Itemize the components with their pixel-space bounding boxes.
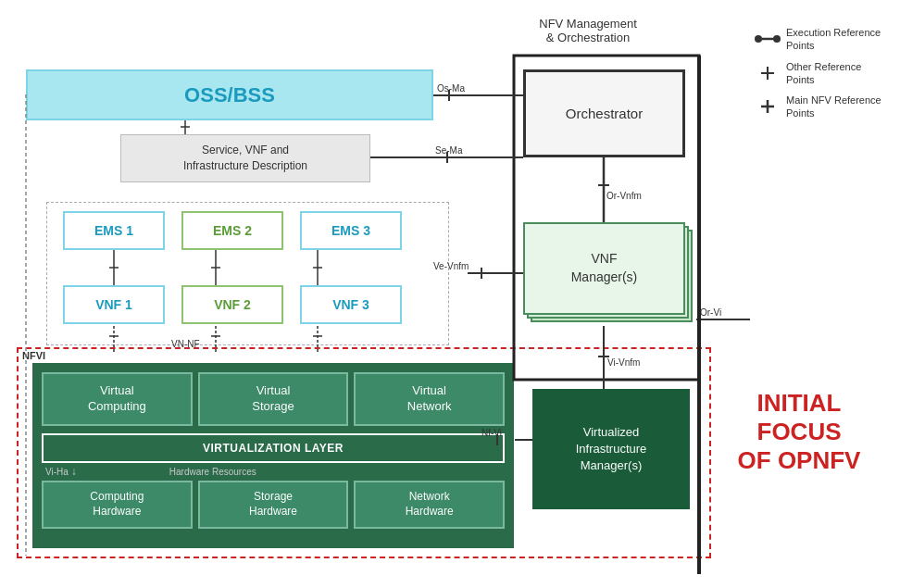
virtualization-layer: VIRTUALIZATION LAYER	[42, 433, 505, 463]
legend-exec-label: Execution Reference Points	[786, 26, 889, 53]
main-nfv-icon	[755, 98, 781, 115]
virtual-row: Virtual Computing Virtual Storage Virtua…	[42, 372, 505, 426]
svg-text:Se-Ma: Se-Ma	[435, 145, 463, 156]
ems3-box: EMS 3	[300, 211, 402, 250]
nfvi-label: NFVI	[22, 350, 45, 361]
legend-main: Main NFV Reference Points	[755, 94, 889, 120]
legend-main-label: Main NFV Reference Points	[786, 94, 889, 120]
oss-bss-label: OSS/BSS	[184, 83, 275, 107]
vnf3-box: VNF 3	[300, 285, 402, 324]
nfvi-inner: Virtual Computing Virtual Storage Virtua…	[32, 363, 514, 548]
vnf-row: VNF 1 VNF 2 VNF 3	[63, 285, 433, 324]
ems-row: EMS 1 EMS 2 EMS 3	[63, 211, 433, 250]
svg-point-2	[773, 35, 781, 43]
storage-hardware-box: Storage Hardware	[198, 481, 349, 529]
legend-exec: Execution Reference Points	[755, 26, 889, 53]
ems1-box: EMS 1	[63, 211, 165, 250]
vi-ha-arrow: ↓	[71, 465, 77, 478]
svg-text:Or-Vi: Or-Vi	[700, 307, 721, 318]
initial-focus-line2: FOCUS	[720, 418, 878, 446]
initial-focus-line1: INITIAL	[720, 389, 878, 418]
diagram-container: NFV Management & Orchestration OSS/BSS S…	[0, 0, 900, 588]
svg-text:Os-Ma: Os-Ma	[437, 83, 465, 94]
svg-text:Or-Vnfm: Or-Vnfm	[606, 191, 642, 201]
nfv-mgmt-title: NFV Management & Orchestration	[514, 17, 662, 44]
virtual-network-box: Virtual Network	[354, 372, 505, 426]
ems2-box: EMS 2	[181, 211, 283, 250]
vnf2-box: VNF 2	[181, 285, 283, 324]
virtual-storage-box: Virtual Storage	[198, 372, 349, 426]
hw-resources-label: Hardware Resources	[169, 467, 256, 477]
vnf-mgr-label: VNF Manager(s)	[571, 250, 638, 286]
legend-other: Other Reference Points	[755, 60, 889, 87]
network-hardware-box: Network Hardware	[354, 481, 505, 529]
other-icon	[755, 65, 781, 81]
vn-nf-label: VN-NF	[171, 339, 200, 349]
legend: Execution Reference Points Other Referen…	[755, 26, 889, 128]
vnf1-box: VNF 1	[63, 285, 165, 324]
computing-hardware-box: Computing Hardware	[42, 481, 193, 529]
virtual-computing-box: Virtual Computing	[42, 372, 193, 426]
exec-icon	[755, 33, 781, 44]
hw-row: Computing Hardware Storage Hardware Netw…	[42, 481, 505, 529]
service-vnf-block: Service, VNF and Infrastructure Descript…	[120, 134, 370, 182]
svg-point-1	[755, 35, 762, 43]
legend-other-label: Other Reference Points	[786, 60, 889, 87]
vim-block: Virtualized Infrastructure Manager(s)	[532, 389, 690, 509]
vi-ha-label: Vi-Ha	[45, 467, 69, 477]
initial-focus-block: INITIAL FOCUS OF OPNFV	[720, 389, 878, 476]
initial-focus-line3: OF OPNFV	[720, 446, 878, 475]
vnf-mgr-card-front: VNF Manager(s)	[523, 222, 685, 315]
service-vnf-label: Service, VNF and Infrastructure Descript…	[183, 143, 307, 174]
orchestrator-block: Orchestrator	[523, 69, 685, 157]
oss-bss-block: OSS/BSS	[26, 69, 433, 120]
